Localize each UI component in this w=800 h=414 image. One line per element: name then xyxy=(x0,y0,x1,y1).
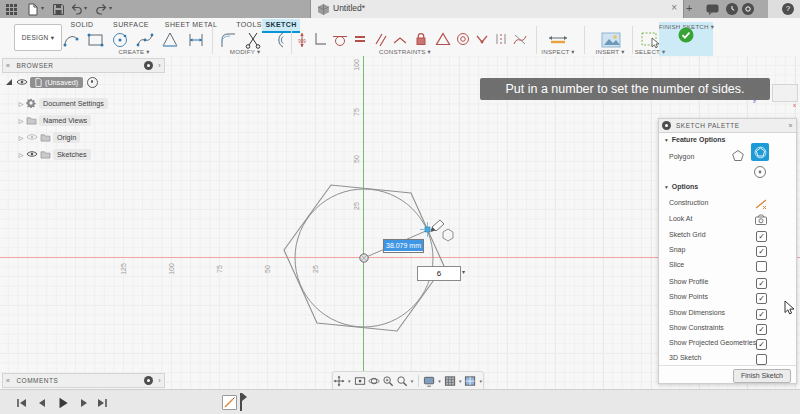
show-dimensions-checkbox[interactable] xyxy=(756,309,767,320)
comments-header[interactable]: « COMMENTS › xyxy=(2,373,165,388)
equal-constraint-icon[interactable] xyxy=(351,30,369,50)
sides-spinner-icon[interactable]: ▾ xyxy=(462,268,465,275)
palette-option-look-at[interactable]: Look At xyxy=(659,215,796,228)
panel-chevron-icon[interactable]: › xyxy=(158,377,161,384)
show-profile-checkbox[interactable] xyxy=(756,278,767,289)
help-icon[interactable]: ? xyxy=(782,3,794,15)
show-points-checkbox[interactable] xyxy=(756,293,767,304)
palette-option-slice[interactable]: Slice xyxy=(659,261,796,274)
display-settings-icon[interactable] xyxy=(423,375,435,388)
timeline-skip-start-icon[interactable] xyxy=(16,397,28,409)
timeline-step-back-icon[interactable] xyxy=(36,397,48,409)
file-icon[interactable] xyxy=(26,3,39,16)
comments-bubble-icon[interactable] xyxy=(706,4,719,17)
app-grid-menu-icon[interactable] xyxy=(5,3,18,16)
panel-gear-icon[interactable] xyxy=(144,61,153,70)
trim-tool-icon[interactable] xyxy=(243,30,263,50)
expander-icon[interactable]: ▷ xyxy=(16,151,26,158)
workspace-switcher[interactable]: DESIGN ▾ xyxy=(14,24,62,51)
fit-icon[interactable] xyxy=(382,375,394,388)
undo-icon[interactable] xyxy=(70,3,83,16)
palette-option-show-dimensions[interactable]: Show Dimensions xyxy=(659,309,796,322)
insert-image-icon[interactable] xyxy=(600,30,622,50)
sides-input[interactable]: 6 xyxy=(417,266,461,281)
measure-tool-icon[interactable] xyxy=(546,30,570,50)
expander-icon[interactable]: ▷ xyxy=(16,117,26,124)
midpoint-constraint-icon[interactable] xyxy=(473,30,491,50)
zoom-icon[interactable] xyxy=(396,375,408,388)
inspect-group-label[interactable]: INSPECT ▾ xyxy=(533,48,583,55)
browser-root-row[interactable]: (Unsaved) xyxy=(2,75,98,89)
palette-option-show-projected-geometries[interactable]: Show Projected Geometries xyxy=(659,339,796,352)
timeline-position-marker[interactable] xyxy=(240,393,242,411)
options-section[interactable]: ▾ Options xyxy=(665,183,698,190)
browser-item-document-settings[interactable]: ▷ Document Settings xyxy=(16,96,108,110)
spline-tool-icon[interactable] xyxy=(135,30,155,50)
orbit-icon[interactable] xyxy=(368,375,380,388)
sketch-grid-checkbox[interactable] xyxy=(756,231,767,242)
polygon-tool-icon[interactable] xyxy=(160,30,180,50)
dimension-input[interactable]: 38.079 mm xyxy=(383,239,424,253)
fillet-tool-icon[interactable] xyxy=(218,30,238,50)
palette-option-snap[interactable]: Snap xyxy=(659,246,796,259)
edge-polygon-icon[interactable] xyxy=(753,165,767,179)
look-at-icon[interactable] xyxy=(754,213,768,227)
tangent-constraint-icon[interactable] xyxy=(331,30,349,50)
rectangle-tool-icon[interactable] xyxy=(86,30,106,50)
triangle-constraint-icon[interactable] xyxy=(434,30,452,50)
parallel-constraint-icon[interactable] xyxy=(371,30,389,50)
expander-icon[interactable]: ▷ xyxy=(16,134,26,141)
perpendicular-constraint-icon[interactable] xyxy=(311,30,329,50)
collapse-panel-icon[interactable]: « xyxy=(6,62,10,69)
visibility-eye-icon[interactable] xyxy=(16,78,30,86)
slice-checkbox[interactable] xyxy=(756,261,767,272)
redo-caret-icon[interactable]: ▾ xyxy=(109,4,112,11)
curvature-constraint-icon[interactable] xyxy=(511,30,529,50)
caret-down-icon[interactable]: ▾ xyxy=(479,378,482,384)
visibility-eye-off-icon[interactable] xyxy=(26,133,40,141)
look-at-icon[interactable] xyxy=(354,375,366,388)
collinear-constraint-icon[interactable] xyxy=(391,30,409,50)
notification-clock-icon[interactable] xyxy=(742,3,754,15)
sketch-dimension-icon[interactable]: 999 xyxy=(295,30,309,50)
panel-gear-icon[interactable] xyxy=(144,376,153,385)
feature-options-section[interactable]: ▾ Feature Options xyxy=(665,136,725,143)
active-document-radio-icon[interactable] xyxy=(87,77,98,88)
collapse-palette-icon[interactable]: » xyxy=(789,122,793,129)
timeline-step-forward-icon[interactable] xyxy=(78,397,90,409)
fix-constraint-icon[interactable] xyxy=(412,30,430,50)
expander-icon[interactable]: ▷ xyxy=(16,100,26,107)
palette-option-construction[interactable]: Construction xyxy=(659,199,796,212)
browser-header[interactable]: « BROWSER › xyxy=(2,58,165,73)
palette-option-show-constraints[interactable]: Show Constraints xyxy=(659,324,796,337)
undo-caret-icon[interactable]: ▾ xyxy=(84,4,87,11)
construction-icon[interactable] xyxy=(754,197,768,211)
dimension-tool-icon[interactable] xyxy=(186,30,206,50)
document-tab[interactable]: Untitled* × xyxy=(310,0,684,18)
snap-checkbox[interactable] xyxy=(756,246,767,257)
3d-sketch-checkbox[interactable] xyxy=(756,354,767,365)
palette-option-show-profile[interactable]: Show Profile xyxy=(659,278,796,291)
line-tool-icon[interactable] xyxy=(62,30,82,50)
close-tab-icon[interactable]: × xyxy=(671,2,677,13)
modify-group-label[interactable]: MODIFY ▾ xyxy=(221,48,269,55)
browser-item-named-views[interactable]: ▷ Named Views xyxy=(16,113,91,127)
palette-option-show-points[interactable]: Show Points xyxy=(659,293,796,306)
create-group-label[interactable]: CREATE ▾ xyxy=(110,48,158,55)
expanded-node-icon[interactable] xyxy=(6,79,12,85)
timeline-skip-end-icon[interactable] xyxy=(96,397,108,409)
caret-down-icon[interactable]: ▾ xyxy=(348,378,351,384)
origin-point[interactable] xyxy=(360,254,368,262)
job-status-icon[interactable] xyxy=(726,3,738,15)
palette-option-sketch-grid[interactable]: Sketch Grid xyxy=(659,231,796,244)
finish-sketch-palette-button[interactable]: Finish Sketch xyxy=(733,369,791,383)
grid-snap-icon[interactable] xyxy=(444,375,456,388)
select-group-label[interactable]: SELECT ▾ xyxy=(627,48,673,55)
show-projected-geometries-checkbox[interactable] xyxy=(756,339,767,350)
show-constraints-checkbox[interactable] xyxy=(756,324,767,335)
timeline-play-icon[interactable] xyxy=(56,396,70,410)
circumscribed-polygon-icon[interactable] xyxy=(731,149,745,163)
timeline-sketch-feature[interactable] xyxy=(222,395,237,410)
symmetry-constraint-icon[interactable] xyxy=(492,30,510,50)
save-icon[interactable] xyxy=(52,3,65,16)
